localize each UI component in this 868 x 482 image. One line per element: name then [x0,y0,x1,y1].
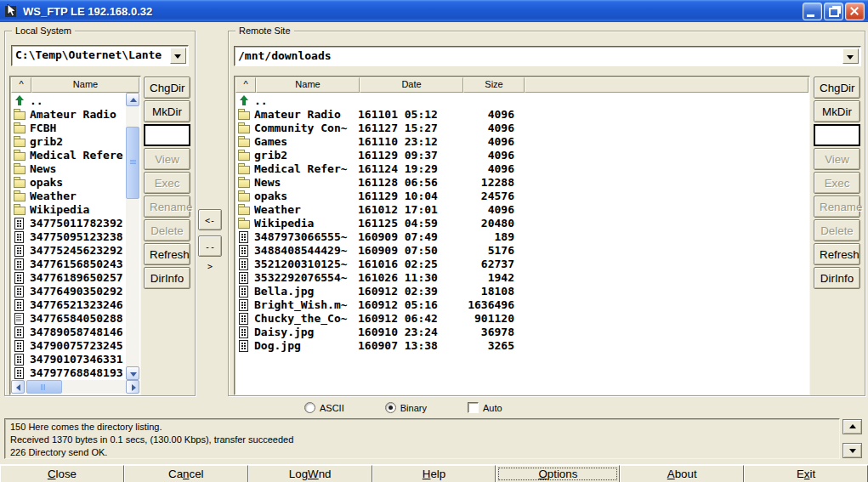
file-row[interactable]: .. [236,94,808,107]
bottom-bar-button[interactable]: About [620,465,744,482]
panel-button[interactable] [814,124,860,146]
file-row[interactable]: 3488408544429~ 160909 07:50 5176 [236,243,808,257]
file-row[interactable]: Wikipedia [12,202,126,216]
scroll-right-icon[interactable] [126,380,139,394]
ascii-mode-option[interactable]: ASCII [304,402,344,413]
titlebar[interactable]: WS_FTP LE 192.168.0.32 [0,0,868,22]
panel-button[interactable]: MkDir [814,100,860,122]
chevron-down-icon[interactable] [170,48,186,64]
file-row[interactable]: 34775095123238 [12,230,126,243]
file-row[interactable]: News [12,162,126,175]
local-name-column-header[interactable]: Name [31,77,139,93]
file-row[interactable]: Medical Refere [12,148,126,162]
file-row[interactable]: 34775245623292 [12,243,126,257]
file-row[interactable]: Games 161110 23:12 4096 [236,134,808,148]
scroll-up-icon[interactable] [126,93,139,106]
bottom-bar-button[interactable]: Cancel [124,465,248,482]
auto-mode-option[interactable]: Auto [468,402,502,413]
panel-button[interactable]: View [814,148,860,170]
local-path-combobox[interactable]: C:\Temp\Outernet\Lante [11,45,189,66]
local-vertical-scrollbar[interactable] [126,93,139,380]
panel-button[interactable]: MkDir [144,100,190,122]
ascii-radio[interactable] [304,402,315,413]
file-row[interactable]: FCBH [12,121,126,134]
bottom-bar-button[interactable]: Options [496,465,620,482]
close-button[interactable] [845,3,865,20]
binary-radio[interactable] [385,402,396,413]
file-row[interactable]: 34775011782392 [12,216,126,230]
binary-mode-option[interactable]: Binary [385,402,427,413]
log-scroll-down-button[interactable] [842,443,862,458]
scrollbar-thumb[interactable] [126,127,139,199]
file-row[interactable]: 34776490350292 [12,284,126,298]
file-row[interactable]: 34776156850243 [12,257,126,270]
panel-button[interactable]: ChgDir [144,77,190,99]
file-row[interactable]: opaks [12,175,126,189]
local-sort-column-header[interactable]: ^ [11,77,31,93]
file-row[interactable]: Bella.jpg 160912 02:39 18108 [236,284,808,298]
bottom-bar-button[interactable]: Help [372,465,496,482]
file-row[interactable]: Daisy.jpg 160910 23:24 36978 [236,325,808,338]
file-row[interactable]: 34790075723245 [12,338,126,352]
file-row[interactable]: Amateur Radio [12,107,126,121]
panel-button[interactable]: Refresh [144,243,190,265]
file-row[interactable]: grib2 161129 09:37 4096 [236,148,808,162]
file-row[interactable]: .. [12,94,126,107]
file-row[interactable]: 34790107346331 [12,352,126,366]
panel-button[interactable]: ChgDir [814,77,860,99]
chevron-down-icon[interactable] [842,48,859,64]
scroll-down-icon[interactable] [126,366,139,380]
transfer-to-local-button[interactable]: <-- [198,209,222,230]
restore-button[interactable] [824,3,843,20]
file-row[interactable]: Wikipedia 161125 04:59 20480 [236,216,808,230]
file-row[interactable]: opaks 161129 10:04 24576 [236,189,808,202]
remote-date-column-header[interactable]: Date [360,77,463,93]
file-row[interactable]: Dog.jpg 160907 13:38 3265 [236,338,808,352]
panel-button[interactable]: DirInfo [144,267,190,289]
file-type-icon [237,312,252,325]
panel-button[interactable] [144,124,190,146]
bottom-bar-button[interactable]: LogWnd [248,465,372,482]
file-row[interactable]: 34776584050288 [12,311,126,325]
file-row[interactable]: Medical Refer~ 161124 19:29 4096 [236,162,808,175]
file-row[interactable]: 34776521323246 [12,298,126,311]
bottom-bar-button[interactable]: Exit [744,465,868,482]
scroll-left-icon[interactable] [11,380,25,394]
panel-button[interactable]: DirInfo [814,267,860,289]
remote-name-column-header[interactable]: Name [256,77,360,93]
bottom-bar-button[interactable]: Close [0,465,124,482]
file-row[interactable]: Community Con~ 161127 15:27 4096 [236,121,808,134]
local-horizontal-scrollbar[interactable] [11,380,139,394]
status-log[interactable]: 150 Here comes the directory listing. Re… [4,418,840,459]
minimize-button[interactable] [803,3,822,20]
file-row[interactable]: Weather [12,189,126,202]
file-row[interactable]: 34789058748146 [12,325,126,338]
panel-button[interactable]: Rename [814,196,860,218]
panel-button[interactable]: Refresh [814,243,860,265]
auto-checkbox[interactable] [468,402,479,413]
file-row[interactable]: 3487973066555~ 160909 07:49 189 [236,230,808,243]
remote-size-column-header[interactable]: Size [463,77,525,93]
file-row[interactable]: Bright_Wish.m~ 160912 05:16 1636496 [236,298,808,311]
file-row[interactable]: 34776189650257 [12,270,126,284]
panel-button[interactable]: Exec [814,172,860,194]
file-row[interactable]: 3532292076554~ 161026 11:30 1942 [236,270,808,284]
panel-button[interactable]: Delete [814,219,860,241]
scrollbar-thumb[interactable] [26,380,62,394]
remote-sort-column-header[interactable]: ^ [235,77,256,93]
panel-button[interactable]: View [144,148,190,170]
file-row[interactable]: grib2 [12,134,126,148]
window-title: WS_FTP LE 192.168.0.32 [23,5,152,18]
panel-button[interactable]: Rename [144,196,190,218]
remote-path-combobox[interactable]: /mnt/downloads [234,46,861,66]
file-row[interactable]: Amateur Radio 161101 05:12 4096 [236,107,808,121]
file-row[interactable]: 34797768848193 [12,366,126,379]
file-row[interactable]: 3521200310125~ 161016 02:25 62737 [236,257,808,270]
panel-button[interactable]: Exec [144,172,190,194]
file-row[interactable]: News 161128 06:56 12288 [236,175,808,189]
transfer-to-remote-button[interactable]: --> [198,235,222,257]
file-row[interactable]: Chucky_the_Co~ 160912 06:42 901120 [236,311,808,325]
file-row[interactable]: Weather 161012 17:01 4096 [236,202,808,216]
panel-button[interactable]: Delete [144,219,190,241]
log-scroll-up-button[interactable] [842,419,862,434]
